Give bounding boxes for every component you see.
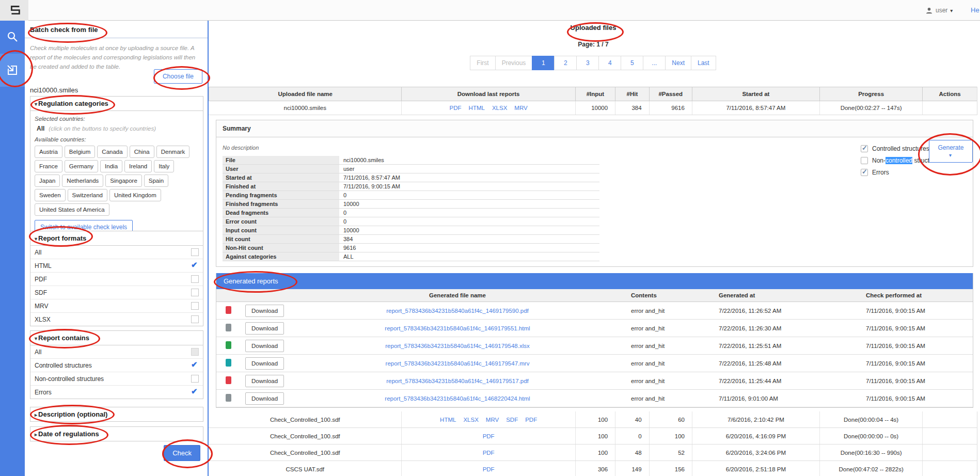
report-link[interactable]: HTML bbox=[440, 415, 456, 424]
country-button[interactable]: Spain bbox=[144, 174, 168, 187]
report-file-link[interactable]: report_5783436b34231b5840a61f4c_14682204… bbox=[385, 395, 530, 402]
report-file-link[interactable]: report_5783436b34231b5840a61f4c_14691795… bbox=[386, 378, 529, 384]
report-link[interactable]: HTML bbox=[469, 105, 485, 111]
checkbox[interactable] bbox=[191, 348, 199, 356]
report-link[interactable]: PDF bbox=[483, 448, 495, 457]
choose-file-button[interactable]: Choose file bbox=[154, 69, 202, 84]
report-link[interactable]: XLSX bbox=[463, 415, 478, 424]
table-row[interactable]: Check_Controlled_100.sdf PDF 100 48 52 6… bbox=[209, 445, 977, 461]
checkbox[interactable] bbox=[191, 302, 199, 310]
date-of-regulations-header[interactable]: ▸Date of regulations bbox=[30, 427, 203, 441]
pagination-button[interactable]: 5 bbox=[621, 56, 643, 70]
report-contains-option[interactable]: All bbox=[30, 345, 203, 359]
report-link[interactable]: PDF bbox=[483, 432, 495, 440]
report-format-option[interactable]: HTML bbox=[30, 259, 203, 273]
checkbox[interactable] bbox=[191, 315, 199, 323]
check-button[interactable]: Check bbox=[164, 445, 200, 461]
report-contains-option[interactable]: Errors bbox=[30, 386, 203, 399]
download-button[interactable]: Download bbox=[245, 392, 284, 405]
checkbox[interactable] bbox=[191, 388, 199, 396]
country-button[interactable]: India bbox=[100, 160, 122, 172]
report-link[interactable]: XLSX bbox=[492, 105, 507, 111]
checkbox[interactable] bbox=[191, 289, 199, 296]
pagination-button[interactable]: 3 bbox=[576, 56, 599, 70]
report-file-link[interactable]: report_5783436b34231b5840a61f4c_14691795… bbox=[386, 360, 530, 367]
country-button[interactable]: Italy bbox=[154, 160, 174, 172]
table-row[interactable]: nci10000.smiles PDFHTMLXLSXMRV 10000 384… bbox=[209, 101, 977, 115]
country-button[interactable]: Austria bbox=[35, 146, 62, 158]
sidebar-item-search[interactable] bbox=[0, 21, 25, 54]
pagination-button[interactable]: 4 bbox=[598, 56, 621, 70]
report-formats-header[interactable]: ▾Report formats bbox=[30, 231, 203, 246]
pagination-button[interactable]: First bbox=[470, 56, 495, 70]
report-file-link[interactable]: report_5783436b34231b5840a61f4c_14691795… bbox=[386, 308, 529, 314]
country-button[interactable]: Singapore bbox=[105, 174, 141, 187]
checkbox[interactable] bbox=[191, 375, 199, 383]
checkbox[interactable] bbox=[191, 248, 199, 256]
country-button[interactable]: France bbox=[35, 160, 62, 172]
generate-button[interactable]: Generate ▾ bbox=[929, 140, 973, 163]
help-link[interactable]: He bbox=[971, 6, 979, 14]
country-button[interactable]: United States of America bbox=[35, 203, 109, 216]
table-row[interactable]: Check_Controlled_100.sdf HTMLXLSXMRVSDFP… bbox=[209, 411, 977, 428]
report-link[interactable]: PDF bbox=[483, 465, 495, 473]
report-file-link[interactable]: report_5783436b34231b5840a61f4c_14691795… bbox=[385, 343, 529, 349]
download-button[interactable]: Download bbox=[245, 357, 284, 370]
country-button[interactable]: China bbox=[130, 146, 154, 158]
checkbox[interactable] bbox=[191, 361, 199, 369]
country-button[interactable]: United Kingdom bbox=[109, 189, 161, 201]
report-link[interactable]: PDF bbox=[450, 105, 462, 111]
download-button[interactable]: Download bbox=[245, 340, 284, 352]
pagination-button[interactable]: 2 bbox=[554, 56, 577, 70]
user-menu[interactable]: user ▾ bbox=[925, 0, 954, 21]
pagination-button[interactable]: Next bbox=[665, 56, 691, 70]
country-button[interactable]: Netherlands bbox=[62, 174, 103, 187]
checkbox[interactable] bbox=[861, 145, 868, 152]
report-contains-option[interactable]: Controlled structures bbox=[30, 359, 203, 372]
download-button[interactable]: Download bbox=[245, 305, 284, 317]
download-button[interactable]: Download bbox=[245, 322, 284, 335]
country-button[interactable]: Ireland bbox=[124, 160, 152, 172]
report-link[interactable]: SDF bbox=[506, 415, 518, 424]
report-link[interactable]: MRV bbox=[514, 105, 527, 111]
report-file-link[interactable]: report_5783436b34231b5840a61f4c_14691795… bbox=[385, 325, 530, 331]
description-section-header[interactable]: ▸Description (optional) bbox=[30, 407, 203, 421]
pagination-button[interactable]: ... bbox=[643, 56, 666, 70]
checkbox[interactable] bbox=[191, 262, 199, 269]
sidebar-item-batch-check[interactable] bbox=[0, 54, 25, 87]
country-button[interactable]: Sweden bbox=[35, 189, 66, 201]
table-row[interactable]: Check_Controlled_100.sdf PDF 100 0 100 6… bbox=[209, 428, 977, 445]
table-row[interactable]: Download report_5783436b34231b5840a61f4c… bbox=[216, 337, 973, 355]
pagination-button[interactable]: Last bbox=[691, 56, 716, 70]
report-format-option[interactable]: MRV bbox=[30, 299, 203, 313]
table-row[interactable]: CSCS UAT.sdf PDF 306 149 156 6/20/2016, … bbox=[209, 461, 977, 476]
country-button[interactable]: Denmark bbox=[156, 146, 190, 158]
report-format-option[interactable]: PDF bbox=[30, 273, 203, 286]
option-errors[interactable]: Errors bbox=[861, 169, 941, 176]
checkbox[interactable] bbox=[861, 157, 868, 164]
report-link[interactable]: MRV bbox=[486, 415, 499, 424]
regulation-categories-header[interactable]: ▾Regulation categories bbox=[30, 97, 203, 111]
country-button[interactable]: Switzerland bbox=[68, 189, 107, 201]
checkbox[interactable] bbox=[861, 169, 868, 176]
report-contains-header[interactable]: ▾Report contains bbox=[30, 331, 203, 345]
table-row[interactable]: Download report_5783436b34231b5840a61f4c… bbox=[216, 302, 973, 320]
pagination-button[interactable]: 1 bbox=[532, 56, 555, 70]
table-row[interactable]: Download report_5783436b34231b5840a61f4c… bbox=[216, 372, 973, 390]
app-logo[interactable] bbox=[0, 0, 28, 21]
report-format-option[interactable]: All bbox=[30, 246, 203, 259]
checkbox[interactable] bbox=[191, 275, 199, 283]
country-button[interactable]: Belgium bbox=[65, 146, 96, 158]
country-button[interactable]: Japan bbox=[35, 174, 60, 187]
table-row[interactable]: Download report_5783436b34231b5840a61f4c… bbox=[216, 390, 973, 407]
report-format-option[interactable]: XLSX bbox=[30, 313, 203, 326]
report-contains-option[interactable]: Non-controlled structures bbox=[30, 372, 203, 386]
table-row[interactable]: Download report_5783436b34231b5840a61f4c… bbox=[216, 320, 973, 337]
report-link[interactable]: PDF bbox=[525, 415, 537, 424]
country-button[interactable]: Canada bbox=[97, 146, 127, 158]
pagination-button[interactable]: Previous bbox=[495, 56, 533, 70]
table-row[interactable]: Download report_5783436b34231b5840a61f4c… bbox=[216, 355, 973, 372]
download-button[interactable]: Download bbox=[245, 375, 284, 387]
report-format-option[interactable]: SDF bbox=[30, 286, 203, 299]
country-button[interactable]: Germany bbox=[65, 160, 98, 172]
